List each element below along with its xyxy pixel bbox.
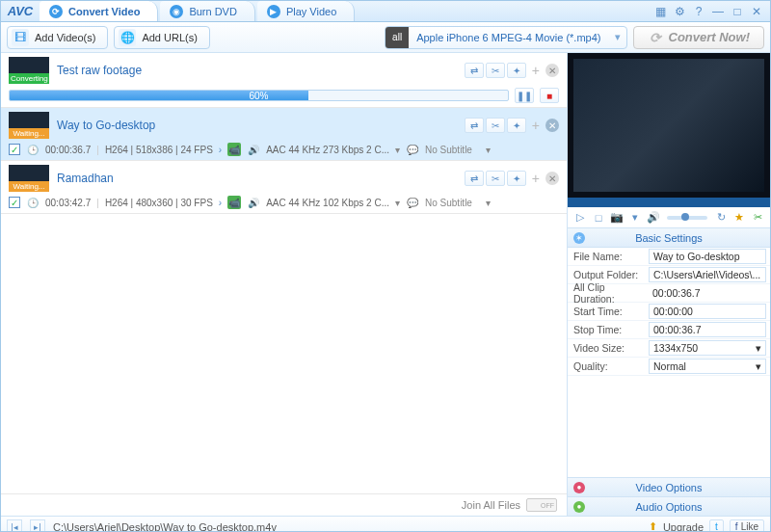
facebook-like-button[interactable]: fLike — [730, 519, 764, 532]
stop-time-field[interactable]: 00:00:36.7 — [649, 322, 766, 337]
audio-icon: 🔊 — [247, 143, 260, 156]
tab-label: Burn DVD — [189, 6, 237, 17]
preview-seekbar[interactable] — [568, 198, 770, 207]
join-files-row: Join All Files OFF — [1, 493, 567, 516]
remove-button[interactable]: ✕ — [545, 172, 559, 185]
plus-icon[interactable]: + — [532, 118, 540, 133]
upgrade-link[interactable]: Upgrade — [663, 521, 704, 533]
option-label: Video Options — [636, 482, 703, 493]
refresh-icon: ⟳ — [648, 30, 663, 45]
quality-field[interactable]: Normal▾ — [649, 359, 766, 374]
statusbar: |◂ ▸| C:\Users\Ariel\Desktop\Way to Go-d… — [1, 516, 770, 532]
gear-icon[interactable]: ⚙ — [672, 4, 687, 19]
right-panel: ▷ □ 📷 ▾ 🔊 ↻ ★ ✂ ✶Basic Settings File Nam… — [568, 53, 770, 516]
film-plus-icon: 🎞 — [12, 29, 29, 46]
profile-icon: all — [386, 27, 409, 48]
list-item[interactable]: Waiting... Way to Go-desktop ⇄ ✂ ✦ + ✕ ✓… — [1, 108, 567, 161]
status-badge: Waiting... — [9, 128, 49, 139]
video-options-row[interactable]: ●Video Options — [568, 477, 770, 496]
scissors-icon[interactable]: ✂ — [486, 171, 505, 186]
duration-label: All Clip Duration: — [568, 281, 649, 305]
chevron-down-icon: ▾ — [756, 360, 761, 372]
list-item[interactable]: Converting Test raw footage ⇄ ✂ ✦ + ✕ 60… — [1, 53, 567, 108]
tab-burn-dvd[interactable]: ◉Burn DVD — [160, 1, 255, 21]
stop-button[interactable]: □ — [592, 211, 605, 225]
close-icon[interactable]: ✕ — [749, 4, 764, 19]
duration: 00:00:36.7 — [45, 145, 91, 155]
checkbox[interactable]: ✓ — [9, 144, 20, 155]
chevron-down-icon: ▾ — [756, 342, 761, 354]
play-button[interactable]: ▷ — [573, 211, 587, 225]
item-title[interactable]: Way to Go-desktop — [57, 119, 155, 132]
plus-icon[interactable]: + — [532, 171, 540, 186]
join-toggle[interactable]: OFF — [526, 498, 557, 512]
video-dot-icon: ● — [573, 482, 585, 493]
item-title[interactable]: Ramadhan — [57, 172, 114, 185]
option-label: Audio Options — [635, 501, 702, 513]
tab-label: Play Video — [286, 6, 336, 17]
chevron-down-icon[interactable]: ▾ — [609, 31, 626, 43]
volume-slider[interactable] — [667, 216, 707, 220]
video-icon: 📹 — [227, 196, 241, 209]
basic-settings-header[interactable]: ✶Basic Settings — [568, 228, 770, 248]
maximize-icon[interactable]: □ — [730, 4, 745, 19]
subtitle-selector[interactable]: No Subtitle▾ — [425, 198, 491, 208]
audio-spec: AAC 44 KHz 102 Kbps 2 C... — [266, 198, 389, 208]
wand-icon[interactable]: ✦ — [507, 63, 526, 78]
current-path: C:\Users\Ariel\Desktop\Way to Go-desktop… — [53, 521, 277, 533]
help-icon[interactable]: ? — [691, 4, 706, 19]
video-spec: H264 | 480x360 | 30 FPS — [105, 198, 213, 208]
filename-field[interactable]: Way to Go-desktop — [649, 249, 766, 264]
play-icon: ▶ — [267, 5, 280, 18]
add-videos-button[interactable]: 🎞Add Video(s) — [7, 26, 108, 49]
quality-label: Quality: — [568, 360, 649, 372]
start-time-field[interactable]: 00:00:00 — [649, 304, 766, 319]
stop-time-label: Stop Time: — [568, 324, 649, 335]
output-folder-field[interactable]: C:\Users\Ariel\Videos\... — [649, 267, 766, 282]
scissors-icon[interactable]: ✂ — [486, 63, 505, 78]
tab-label: Convert Video — [68, 6, 140, 17]
convert-now-button[interactable]: ⟳Convert Now! — [633, 26, 765, 49]
swap-icon[interactable]: ⇄ — [465, 171, 484, 186]
item-title[interactable]: Test raw footage — [57, 64, 142, 77]
audio-options-row[interactable]: ●Audio Options — [568, 496, 770, 516]
remove-button[interactable]: ✕ — [545, 64, 559, 77]
duration-value: 00:00:36.7 — [649, 287, 770, 299]
chevron-down-icon[interactable]: ▾ — [628, 211, 642, 225]
file-list: Converting Test raw footage ⇄ ✂ ✦ + ✕ 60… — [1, 53, 567, 493]
next-button[interactable]: ▸| — [30, 519, 45, 533]
facebook-icon: f — [735, 521, 738, 532]
wand-icon[interactable]: ✦ — [507, 118, 526, 133]
checkbox[interactable]: ✓ — [9, 197, 20, 208]
prev-button[interactable]: |◂ — [7, 519, 22, 533]
tab-convert-video[interactable]: ⟳Convert Video — [40, 1, 158, 21]
status-badge: Waiting... — [9, 181, 49, 192]
scissors-icon[interactable]: ✂ — [751, 211, 764, 225]
star-icon[interactable]: ★ — [732, 211, 746, 225]
snapshot-button[interactable]: 📷 — [610, 211, 624, 225]
preview-area[interactable] — [568, 53, 770, 198]
video-size-field[interactable]: 1334x750▾ — [649, 340, 766, 356]
scissors-icon[interactable]: ✂ — [486, 118, 505, 133]
tab-play-video[interactable]: ▶Play Video — [257, 1, 355, 21]
plus-icon[interactable]: + — [532, 63, 540, 78]
volume-icon[interactable]: 🔊 — [647, 211, 660, 225]
rotate-button[interactable]: ↻ — [714, 211, 728, 225]
pause-button[interactable]: ❚❚ — [515, 88, 534, 103]
minimize-icon[interactable]: — — [710, 4, 726, 19]
wand-icon[interactable]: ✦ — [507, 171, 526, 186]
swap-icon[interactable]: ⇄ — [465, 63, 484, 78]
twitter-button[interactable]: t — [709, 519, 724, 532]
add-urls-button[interactable]: 🌐Add URL(s) — [114, 26, 209, 49]
settings-icon[interactable]: ▦ — [652, 4, 668, 19]
stop-button[interactable]: ■ — [540, 88, 559, 103]
list-item[interactable]: Waiting... Ramadhan ⇄ ✂ ✦ + ✕ ✓ 🕒 00:03:… — [1, 161, 567, 214]
output-profile-selector[interactable]: all Apple iPhone 6 MPEG-4 Movie (*.mp4) … — [385, 26, 626, 49]
disc-icon: ◉ — [170, 5, 183, 18]
upgrade-icon[interactable]: ⬆ — [649, 520, 657, 532]
start-time-label: Start Time: — [568, 306, 649, 317]
subtitle-selector[interactable]: No Subtitle▾ — [425, 145, 491, 155]
remove-button[interactable]: ✕ — [545, 119, 559, 132]
swap-icon[interactable]: ⇄ — [465, 118, 484, 133]
video-icon: 📹 — [227, 143, 241, 156]
